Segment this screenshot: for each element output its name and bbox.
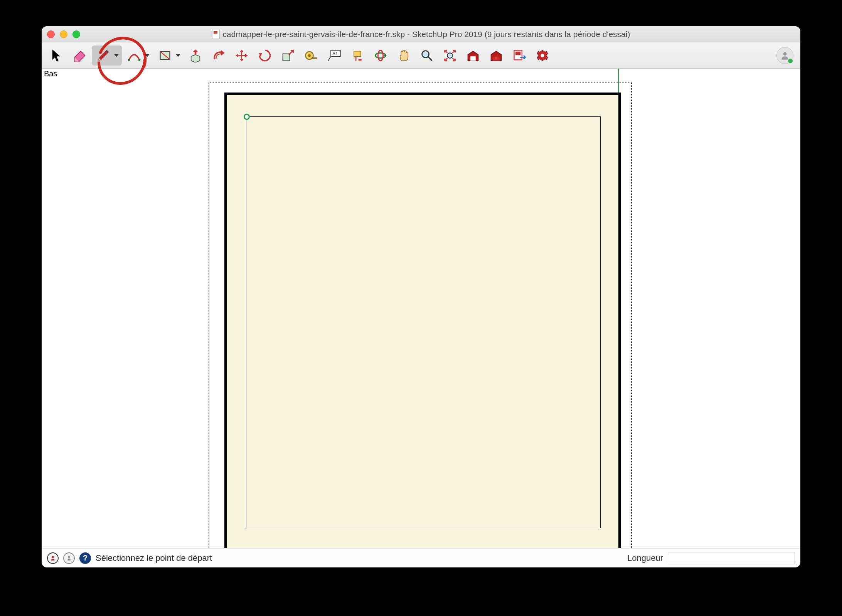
pushpull-icon: [189, 49, 202, 62]
svg-rect-16: [515, 51, 521, 55]
orbit-tool[interactable]: [369, 45, 392, 66]
close-button[interactable]: [47, 30, 55, 38]
line-tool[interactable]: [92, 45, 122, 66]
user-account-button[interactable]: [776, 47, 793, 64]
window-title-wrap: cadmapper-le-pre-saint-gervais-ile-de-fr…: [42, 30, 800, 39]
move-icon: [235, 49, 249, 62]
select-tool[interactable]: [45, 45, 68, 66]
extension-warehouse-tool[interactable]: [485, 45, 507, 66]
measurement-input[interactable]: [668, 552, 795, 564]
move-tool[interactable]: [231, 45, 253, 66]
svg-point-19: [52, 556, 54, 558]
eraser-icon: [73, 49, 87, 62]
chevron-down-icon: [114, 54, 119, 57]
layout-tool[interactable]: [508, 45, 530, 66]
text-tool[interactable]: A1: [323, 45, 345, 66]
extension-manager-tool[interactable]: [531, 45, 554, 66]
svg-text:A1: A1: [333, 51, 338, 56]
credits-button[interactable]: [63, 552, 75, 564]
drawn-rectangle: [246, 116, 601, 528]
info-icon: [66, 555, 72, 562]
pan-tool[interactable]: [392, 45, 415, 66]
scale-tool[interactable]: [277, 45, 299, 66]
chevron-down-icon: [145, 54, 150, 57]
endpoint-indicator: [244, 114, 250, 120]
tape-tool[interactable]: [300, 45, 322, 66]
rectangle-icon: [158, 49, 172, 62]
svg-point-17: [541, 54, 544, 57]
person-pin-icon: [49, 555, 56, 562]
warehouse-icon: [466, 49, 480, 62]
text-icon: A1: [327, 49, 341, 62]
offset-tool[interactable]: [207, 45, 230, 66]
zoom-extents-tool[interactable]: [439, 45, 461, 66]
view-label: Bas: [44, 69, 57, 78]
extension-mgr-icon: [536, 49, 549, 62]
chevron-down-icon: [176, 54, 180, 57]
svg-point-5: [308, 54, 311, 57]
status-badge-ok: [787, 58, 793, 64]
zoom-extents-icon: [443, 49, 457, 62]
minimize-button[interactable]: [60, 30, 67, 38]
traffic-lights: [47, 30, 80, 38]
app-window: cadmapper-le-pre-saint-gervais-ile-de-fr…: [42, 26, 800, 567]
svg-point-11: [422, 50, 429, 57]
svg-point-0: [128, 59, 130, 61]
geolocation-button[interactable]: [47, 552, 59, 564]
eraser-tool[interactable]: [69, 45, 91, 66]
window-title: cadmapper-le-pre-saint-gervais-ile-de-fr…: [223, 30, 630, 39]
svg-point-14: [495, 57, 498, 59]
svg-point-20: [68, 556, 70, 558]
svg-rect-3: [283, 54, 290, 61]
document-icon: [212, 30, 220, 39]
svg-rect-13: [470, 56, 476, 61]
zoom-button[interactable]: [72, 30, 80, 38]
arc-tool[interactable]: [123, 45, 153, 66]
svg-point-1: [138, 59, 141, 61]
svg-point-8: [358, 59, 362, 61]
svg-point-10: [378, 50, 383, 61]
svg-point-9: [376, 53, 386, 58]
paint-tool[interactable]: [346, 45, 369, 66]
titlebar: cadmapper-le-pre-saint-gervais-ile-de-fr…: [42, 26, 800, 42]
zoom-tool[interactable]: [416, 45, 438, 66]
layout-icon: [512, 49, 526, 62]
cursor-icon: [50, 49, 64, 62]
extension-wh-icon: [489, 49, 503, 62]
offset-icon: [212, 49, 226, 62]
help-button[interactable]: ?: [79, 552, 91, 564]
tape-icon: [304, 49, 318, 62]
statusbar: ? Sélectionnez le point de départ Longue…: [42, 548, 800, 567]
measurement-label: Longueur: [627, 553, 663, 563]
paint-icon: [350, 49, 364, 62]
svg-point-12: [447, 53, 453, 58]
status-hint: Sélectionnez le point de départ: [96, 553, 212, 563]
rotate-tool[interactable]: [254, 45, 276, 66]
arc-icon: [127, 49, 141, 62]
warehouse-tool[interactable]: [462, 45, 484, 66]
zoom-icon: [420, 49, 434, 62]
main-toolbar: A1: [42, 42, 800, 69]
orbit-icon: [374, 49, 387, 62]
pencil-icon: [96, 49, 110, 62]
shape-tool[interactable]: [153, 45, 184, 66]
pan-icon: [397, 49, 411, 62]
scale-icon: [281, 49, 295, 62]
svg-point-18: [783, 52, 787, 56]
pushpull-tool[interactable]: [184, 45, 207, 66]
rotate-icon: [258, 49, 272, 62]
model-viewport[interactable]: Bas: [42, 69, 800, 548]
